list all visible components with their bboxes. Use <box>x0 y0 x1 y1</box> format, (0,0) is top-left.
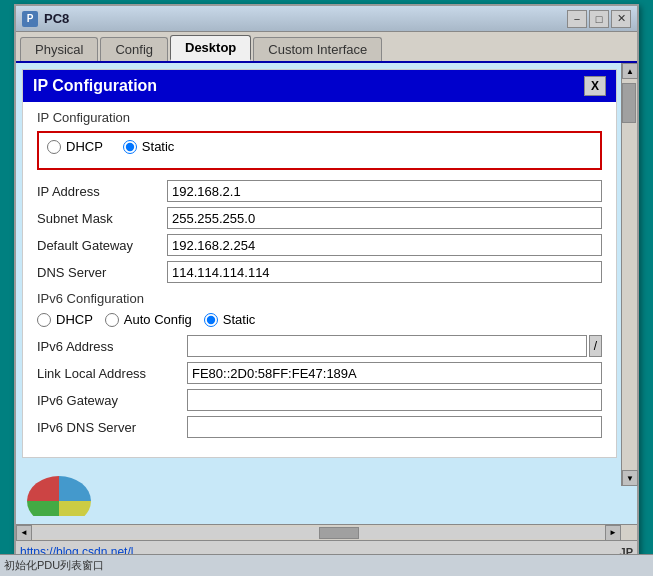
ipv6-dhcp-option[interactable]: DHCP <box>37 312 93 327</box>
scroll-corner <box>621 525 637 541</box>
minimize-button[interactable]: − <box>567 10 587 28</box>
bottom-decoration <box>20 460 617 520</box>
ipv6-address-wrapper: / <box>187 335 602 357</box>
ipv4-section: DHCP Static <box>37 131 602 170</box>
ip-address-row: IP Address <box>37 180 602 202</box>
ipv6-gateway-row: IPv6 Gateway <box>37 389 602 411</box>
ipv6-auto-radio[interactable] <box>105 313 119 327</box>
ip-panel-title: IP Configuration <box>33 77 157 95</box>
ip-panel-header: IP Configuration X <box>23 70 616 102</box>
h-scroll-track[interactable] <box>32 527 605 539</box>
gateway-input[interactable] <box>167 234 602 256</box>
static-radio[interactable] <box>123 140 137 154</box>
ipv6-dhcp-label: DHCP <box>56 312 93 327</box>
ipv6-static-radio[interactable] <box>204 313 218 327</box>
ipv6-radio-row: DHCP Auto Config Static <box>37 312 602 327</box>
link-local-row: Link Local Address <box>37 362 602 384</box>
ip-config-panel: IP Configuration X IP Configuration DHCP <box>22 69 617 458</box>
link-local-input[interactable] <box>187 362 602 384</box>
ipv6-dns-row: IPv6 DNS Server <box>37 416 602 438</box>
ipv6-address-row: IPv6 Address / <box>37 335 602 357</box>
gateway-label: Default Gateway <box>37 238 167 253</box>
ipv6-static-option[interactable]: Static <box>204 312 256 327</box>
ipv6-dns-label: IPv6 DNS Server <box>37 420 187 435</box>
tab-config[interactable]: Config <box>100 37 168 61</box>
dns-row: DNS Server <box>37 261 602 283</box>
dhcp-option[interactable]: DHCP <box>47 139 103 154</box>
main-window: P PC8 − □ ✕ Physical Config Desktop Cust… <box>14 4 639 564</box>
footer-text: 初始化PDU列表窗口 <box>4 558 104 573</box>
dhcp-label: DHCP <box>66 139 103 154</box>
ipv6-static-label: Static <box>223 312 256 327</box>
ipv6-dns-input[interactable] <box>187 416 602 438</box>
main-content: ▲ ▼ IP Configuration X IP Configuration <box>16 63 637 524</box>
ipv6-section: IPv6 Configuration DHCP Auto Config S <box>37 291 602 438</box>
ipv4-section-label: IP Configuration <box>37 110 602 125</box>
ip-address-label: IP Address <box>37 184 167 199</box>
ipv6-gateway-label: IPv6 Gateway <box>37 393 187 408</box>
static-label: Static <box>142 139 175 154</box>
title-bar: P PC8 − □ ✕ <box>16 6 637 32</box>
h-scroll-bar: ◄ ► <box>16 524 637 540</box>
window-icon: P <box>22 11 38 27</box>
ipv6-address-input[interactable] <box>187 335 587 357</box>
window-title: PC8 <box>44 11 69 26</box>
scroll-up-arrow[interactable]: ▲ <box>622 63 638 79</box>
ipv6-auto-label: Auto Config <box>124 312 192 327</box>
static-option[interactable]: Static <box>123 139 175 154</box>
scroll-down-arrow[interactable]: ▼ <box>622 470 638 486</box>
ipv4-radio-row: DHCP Static <box>47 139 592 154</box>
title-controls: − □ ✕ <box>567 10 631 28</box>
scroll-thumb[interactable] <box>622 83 636 123</box>
tab-custom-interface[interactable]: Custom Interface <box>253 37 382 61</box>
subnet-mask-label: Subnet Mask <box>37 211 167 226</box>
vertical-scrollbar[interactable]: ▲ ▼ <box>621 63 637 486</box>
dns-label: DNS Server <box>37 265 167 280</box>
footer-bar: 初始化PDU列表窗口 <box>0 554 653 576</box>
scroll-right-arrow[interactable]: ► <box>605 525 621 541</box>
gateway-row: Default Gateway <box>37 234 602 256</box>
ip-panel-body: IP Configuration DHCP Static <box>23 102 616 457</box>
ipv6-auto-option[interactable]: Auto Config <box>105 312 192 327</box>
link-local-label: Link Local Address <box>37 366 187 381</box>
scroll-left-arrow[interactable]: ◄ <box>16 525 32 541</box>
ipv6-dhcp-radio[interactable] <box>37 313 51 327</box>
ipv6-section-label: IPv6 Configuration <box>37 291 602 306</box>
ipv6-address-label: IPv6 Address <box>37 339 187 354</box>
tab-physical[interactable]: Physical <box>20 37 98 61</box>
pie-chart-decoration <box>24 461 104 516</box>
ip-panel-close[interactable]: X <box>584 76 606 96</box>
ipv6-gateway-input[interactable] <box>187 389 602 411</box>
title-bar-left: P PC8 <box>22 11 69 27</box>
maximize-button[interactable]: □ <box>589 10 609 28</box>
ipv6-slash-button[interactable]: / <box>589 335 602 357</box>
tabs-bar: Physical Config Desktop Custom Interface <box>16 32 637 63</box>
dhcp-radio[interactable] <box>47 140 61 154</box>
subnet-mask-row: Subnet Mask <box>37 207 602 229</box>
h-scroll-thumb[interactable] <box>319 527 359 539</box>
window-close-button[interactable]: ✕ <box>611 10 631 28</box>
dns-input[interactable] <box>167 261 602 283</box>
ipv4-fields: IP Address Subnet Mask Default Gateway D… <box>37 180 602 283</box>
ip-address-input[interactable] <box>167 180 602 202</box>
tab-desktop[interactable]: Desktop <box>170 35 251 61</box>
subnet-mask-input[interactable] <box>167 207 602 229</box>
